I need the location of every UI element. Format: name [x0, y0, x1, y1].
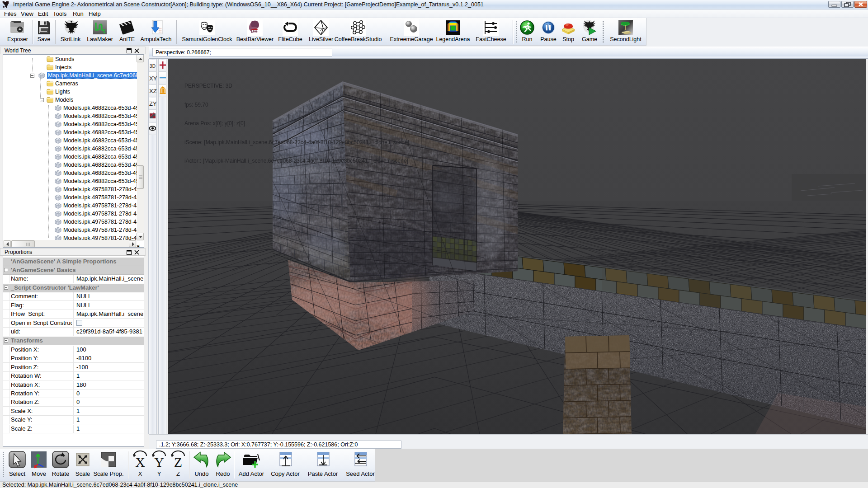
svg-text:Z: Z: [174, 455, 182, 469]
svg-text:iScene: [Map.ipk.MainHall.i_sc: iScene: [Map.ipk.MainHall.i_scene.6c7ed0…: [184, 139, 409, 145]
svg-text:PERSPECTIVE: 3D: PERSPECTIVE: 3D: [184, 83, 232, 89]
svg-text:iActor:: [Map.ipk-MainHall.i_s: iActor:: [Map.ipk-MainHall.i_scene.6c7ed…: [184, 158, 408, 164]
svg-text:Arena Pos: x[0]; y[0]; z[0]: Arena Pos: x[0]; y[0]; z[0]: [184, 120, 245, 127]
svg-text:fps: 59.70: fps: 59.70: [184, 102, 208, 108]
svg-text:X: X: [135, 455, 145, 469]
svg-text:Y: Y: [154, 455, 164, 469]
